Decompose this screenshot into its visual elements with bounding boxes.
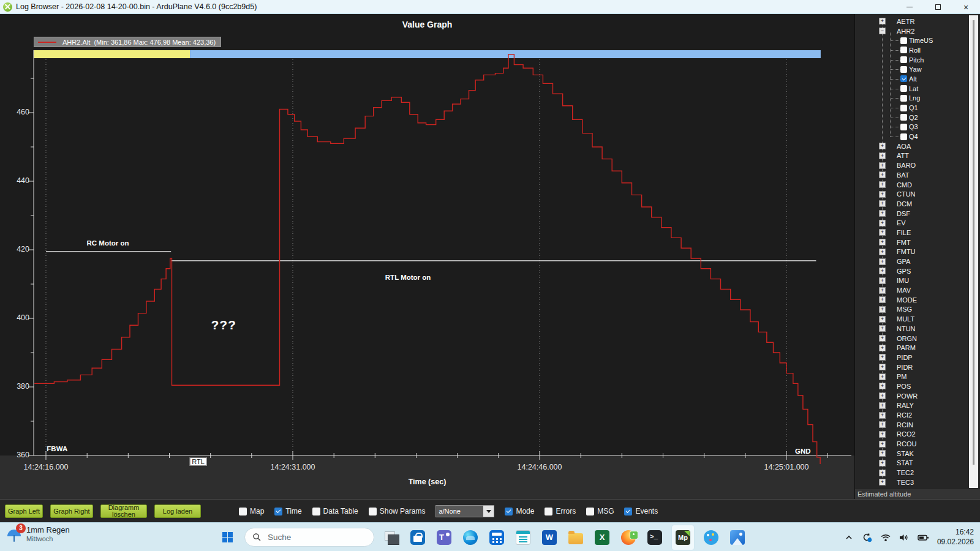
expand-icon[interactable]: + [879, 412, 886, 419]
tree-group-label[interactable]: CTUN [897, 190, 916, 198]
tree-group-label[interactable]: TEC3 [897, 479, 914, 486]
tree-field-lat[interactable]: Lat [855, 84, 980, 94]
tree-group-file[interactable]: +FILE [855, 228, 980, 238]
checkbox-msg[interactable]: MSG [586, 507, 614, 515]
tree-group-label[interactable]: AOA [897, 143, 911, 150]
tree-group-label[interactable]: RCO2 [897, 430, 916, 438]
chevron-down-icon[interactable] [483, 506, 494, 517]
collapse-icon[interactable]: − [879, 28, 886, 34]
tree-group-dsf[interactable]: +DSF [855, 209, 980, 219]
tree-group-label[interactable]: ATT [897, 152, 909, 159]
tree-group-rco2[interactable]: +RCO2 [855, 430, 980, 440]
tree-group-label[interactable]: BAT [897, 171, 910, 179]
field-checkbox-q3[interactable] [900, 124, 907, 130]
tree-group-dcm[interactable]: +DCM [855, 199, 980, 209]
tree-group-stak[interactable]: +STAK [855, 449, 980, 459]
tree-group-powr[interactable]: +POWR [855, 391, 980, 401]
checkbox-box[interactable] [586, 508, 594, 515]
checkbox-errors[interactable]: Errors [545, 507, 576, 515]
expand-icon[interactable]: + [879, 392, 886, 399]
tree-group-label[interactable]: POWR [897, 392, 918, 400]
expand-icon[interactable]: + [879, 296, 886, 303]
tray-chevron-up-icon[interactable] [844, 533, 854, 542]
button-log-laden[interactable]: Log laden [154, 504, 201, 518]
taskbar-app-firefox[interactable] [619, 525, 638, 550]
tree-group-gpa[interactable]: +GPA [855, 257, 980, 266]
expand-icon[interactable]: + [879, 181, 886, 188]
volume-icon[interactable] [899, 533, 910, 542]
tree-group-rci2[interactable]: +RCI2 [855, 410, 980, 420]
expand-icon[interactable]: + [879, 152, 886, 159]
tree-field-alt[interactable]: Alt [855, 74, 980, 84]
field-checkbox-timeus[interactable] [900, 37, 907, 44]
expand-icon[interactable]: + [879, 229, 886, 236]
tree-field-label[interactable]: Lng [909, 94, 920, 102]
tree-group-gps[interactable]: +GPS [855, 266, 980, 276]
checkbox-box[interactable] [545, 508, 552, 515]
tree-group-label[interactable]: RCIN [897, 421, 913, 429]
tree-group-mult[interactable]: +MULT [855, 314, 980, 324]
tree-group-label[interactable]: DCM [897, 200, 912, 208]
expand-icon[interactable]: + [879, 162, 886, 169]
value-graph-panel[interactable]: Value Graph AHR2.Alt (Min: 361,86 Max: 4… [0, 14, 854, 499]
tree-group-label[interactable]: RALY [897, 402, 914, 409]
tree-group-ntun[interactable]: +NTUN [855, 324, 980, 334]
expand-icon[interactable]: + [879, 421, 886, 428]
tree-group-stat[interactable]: +STAT [855, 459, 980, 468]
expand-icon[interactable]: + [879, 171, 886, 178]
expand-icon[interactable]: + [879, 345, 886, 351]
field-checkbox-lng[interactable] [900, 95, 907, 102]
tree-field-label[interactable]: Roll [909, 47, 921, 54]
field-checkbox-q4[interactable] [900, 133, 907, 140]
tree-group-label[interactable]: RCOU [897, 440, 916, 448]
tree-group-label[interactable]: EV [897, 219, 906, 227]
tree-group-fmt[interactable]: +FMT [855, 238, 980, 247]
checkbox-show-params[interactable]: Show Params [369, 507, 426, 515]
start-button[interactable] [218, 525, 236, 550]
tree-group-pm[interactable]: +PM [855, 372, 980, 381]
button-graph-left[interactable]: Graph Left [5, 504, 43, 518]
tree-group-label[interactable]: PIDP [897, 354, 913, 361]
tree-field-label[interactable]: Q3 [909, 123, 918, 130]
expand-icon[interactable]: + [879, 316, 886, 323]
expand-icon[interactable]: + [879, 239, 886, 246]
taskbar-app-notepad[interactable] [514, 525, 532, 550]
tree-group-orgn[interactable]: +ORGN [855, 334, 980, 343]
checkbox-box[interactable] [239, 508, 247, 515]
taskbar-app-terminal[interactable] [646, 525, 664, 550]
expand-icon[interactable]: + [879, 383, 886, 389]
tree-group-label[interactable]: PARM [897, 344, 916, 351]
field-checkbox-roll[interactable] [900, 47, 907, 53]
taskbar-app-teams[interactable] [435, 525, 453, 550]
field-checkbox-q1[interactable] [900, 105, 907, 111]
tree-group-fmtu[interactable]: +FMTU [855, 247, 980, 257]
tree-group-label[interactable]: ORGN [897, 335, 917, 342]
tree-field-label[interactable]: Q2 [909, 114, 918, 121]
field-checkbox-alt[interactable] [900, 75, 907, 82]
taskbar-app-word[interactable] [540, 525, 559, 550]
checkbox-box[interactable] [312, 508, 320, 515]
taskbar-app-paint[interactable] [702, 525, 720, 550]
expand-icon[interactable]: + [879, 325, 886, 332]
clock[interactable]: 16:42 09.02.2026 [937, 528, 974, 547]
expand-icon[interactable]: + [879, 306, 886, 313]
tree-group-rcou[interactable]: +RCOU [855, 439, 980, 449]
checkbox-time[interactable]: Time [274, 507, 301, 515]
expand-icon[interactable]: + [879, 268, 886, 274]
expand-icon[interactable]: + [879, 335, 886, 342]
tree-field-timeus[interactable]: TimeUS [855, 36, 980, 45]
tree-group-ctun[interactable]: +CTUN [855, 189, 980, 199]
sidebar-scrollbar[interactable] [969, 15, 978, 488]
tree-group-label[interactable]: GPS [897, 268, 911, 275]
taskbar-app-explorer[interactable] [382, 525, 401, 550]
field-checkbox-lat[interactable] [900, 85, 907, 92]
tree-group-rcin[interactable]: +RCIN [855, 420, 980, 430]
taskbar-app-folder[interactable] [567, 525, 585, 550]
tree-group-label[interactable]: AHR2 [897, 28, 914, 35]
expand-icon[interactable]: + [879, 364, 886, 370]
checkbox-mode[interactable]: Mode [505, 507, 534, 515]
tree-group-label[interactable]: PIDR [897, 364, 913, 371]
tree-group-cmd[interactable]: +CMD [855, 180, 980, 190]
expand-icon[interactable]: + [879, 249, 886, 255]
tree-group-label[interactable]: MAV [897, 287, 911, 294]
